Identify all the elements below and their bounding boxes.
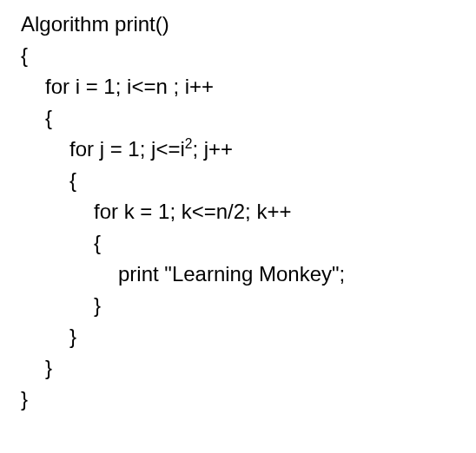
code-line-brace-open: { <box>21 102 476 134</box>
code-line-print: print "Learning Monkey"; <box>21 259 476 290</box>
code-line-header: Algorithm print() <box>21 9 476 40</box>
code-line-brace-close: } <box>21 384 476 415</box>
code-line-brace-open: { <box>21 165 476 196</box>
algorithm-pseudocode: Algorithm print() { for i = 1; i<=n ; i+… <box>0 0 476 415</box>
for-j-suffix: ; j++ <box>192 137 233 161</box>
code-line-for-k: for k = 1; k<=n/2; k++ <box>21 196 476 227</box>
code-line-brace-open: { <box>21 40 476 71</box>
code-line-for-j: for j = 1; j<=i2; j++ <box>21 134 476 165</box>
code-line-brace-close: } <box>21 352 476 384</box>
code-line-brace-close: } <box>21 290 476 321</box>
code-line-brace-open: { <box>21 227 476 259</box>
code-line-for-i: for i = 1; i<=n ; i++ <box>21 71 476 102</box>
code-line-brace-close: } <box>21 321 476 352</box>
for-j-prefix: for j = 1; j<=i <box>69 137 185 161</box>
